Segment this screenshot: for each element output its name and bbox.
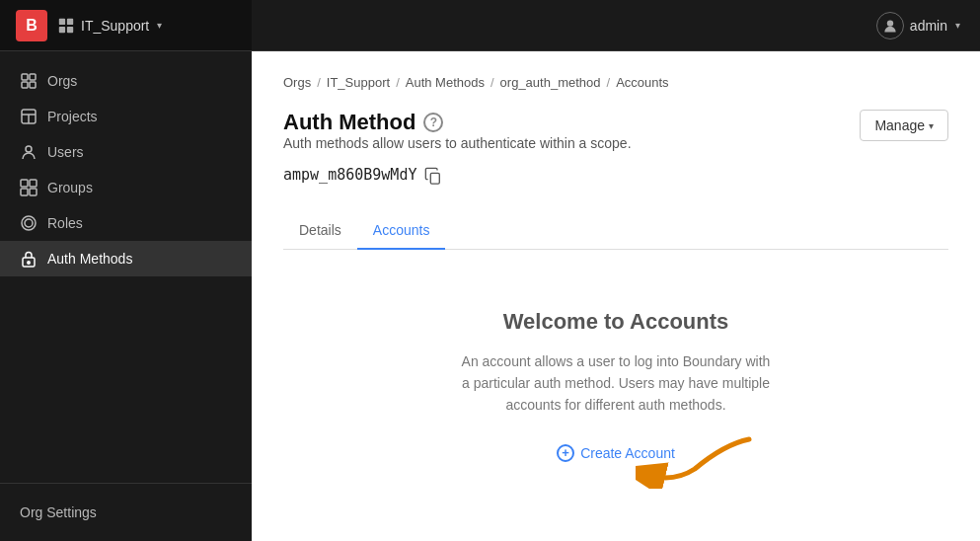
admin-avatar <box>876 12 904 39</box>
create-account-row: + Create Account <box>557 444 675 462</box>
manage-button[interactable]: Manage ▾ <box>860 110 948 141</box>
breadcrumb-sep-1: / <box>317 75 321 90</box>
sidebar-item-orgs[interactable]: Orgs <box>0 63 252 99</box>
svg-rect-13 <box>30 180 37 187</box>
page-title: Auth Method <box>283 110 415 135</box>
svg-rect-15 <box>30 189 37 195</box>
svg-rect-4 <box>22 74 28 80</box>
breadcrumb-org-auth-method[interactable]: org_auth_method <box>500 75 601 90</box>
breadcrumb-sep-3: / <box>490 75 494 90</box>
sidebar-nav: Orgs Projects Users <box>0 51 252 483</box>
breadcrumb-sep-4: / <box>607 75 611 90</box>
svg-point-16 <box>25 219 33 227</box>
breadcrumb-sep-2: / <box>396 75 400 90</box>
sidebar-item-org-settings[interactable]: Org Settings <box>0 496 252 529</box>
sidebar-orgs-label: Orgs <box>47 73 77 89</box>
svg-rect-1 <box>67 18 73 24</box>
projects-icon <box>20 108 38 125</box>
page-description: Auth methods allow users to authenticate… <box>283 135 632 151</box>
sidebar-item-groups[interactable]: Groups <box>0 170 252 205</box>
svg-rect-3 <box>67 26 73 32</box>
sidebar-item-roles[interactable]: Roles <box>0 205 252 241</box>
app-logo: B <box>16 10 47 41</box>
arrow-annotation <box>636 434 754 489</box>
page-header: Auth Method ? Auth methods allow users t… <box>283 110 948 204</box>
svg-rect-0 <box>59 18 65 24</box>
svg-rect-2 <box>59 26 65 32</box>
sidebar-header: B IT_Support ▾ <box>0 0 252 51</box>
resource-id-row: ampw_m860B9wMdY <box>283 165 632 185</box>
main-content: Orgs / IT_Support / Auth Methods / org_a… <box>252 51 980 541</box>
copy-icon[interactable] <box>424 165 442 185</box>
svg-rect-21 <box>431 173 440 184</box>
admin-chevron-icon: ▾ <box>955 20 960 31</box>
page-title-section: Auth Method ? Auth methods allow users t… <box>283 110 632 204</box>
admin-label: admin <box>910 18 947 34</box>
breadcrumb-auth-methods[interactable]: Auth Methods <box>406 75 485 90</box>
svg-point-17 <box>22 216 36 230</box>
tabs-bar: Details Accounts <box>283 212 948 250</box>
groups-icon <box>20 179 38 196</box>
roles-icon <box>20 214 38 232</box>
tab-accounts[interactable]: Accounts <box>357 212 446 250</box>
manage-chevron-icon: ▾ <box>929 120 934 131</box>
chevron-down-icon: ▾ <box>157 20 162 31</box>
sidebar-projects-label: Projects <box>47 109 98 124</box>
welcome-section: Welcome to Accounts An account allows a … <box>283 250 948 502</box>
breadcrumb-accounts: Accounts <box>616 75 668 90</box>
page-title-row: Auth Method ? <box>283 110 632 135</box>
manage-label: Manage <box>874 117 925 133</box>
plus-circle-icon: + <box>557 444 574 462</box>
breadcrumb-it-support[interactable]: IT_Support <box>327 75 390 90</box>
svg-point-11 <box>26 146 32 152</box>
sidebar: B IT_Support ▾ Orgs <box>0 0 252 541</box>
sidebar-item-auth-methods[interactable]: Auth Methods <box>0 241 252 276</box>
admin-menu-button[interactable]: admin ▾ <box>876 12 960 39</box>
sidebar-users-label: Users <box>47 144 84 160</box>
sidebar-roles-label: Roles <box>47 215 83 231</box>
svg-rect-7 <box>30 82 36 88</box>
svg-rect-14 <box>21 189 28 195</box>
tab-details[interactable]: Details <box>283 212 357 250</box>
svg-rect-12 <box>21 180 28 187</box>
sidebar-groups-label: Groups <box>47 180 93 195</box>
welcome-description: An account allows a user to log into Bou… <box>458 350 774 417</box>
svg-rect-6 <box>22 82 28 88</box>
orgs-icon <box>20 72 38 90</box>
welcome-title: Welcome to Accounts <box>503 309 729 335</box>
svg-point-19 <box>28 262 30 264</box>
svg-point-20 <box>887 20 893 26</box>
topbar: admin ▾ <box>252 0 980 51</box>
auth-methods-icon <box>20 250 38 268</box>
sidebar-org-settings-label: Org Settings <box>20 504 97 520</box>
breadcrumb: Orgs / IT_Support / Auth Methods / org_a… <box>283 75 948 90</box>
sidebar-item-projects[interactable]: Projects <box>0 99 252 134</box>
users-icon <box>20 143 38 161</box>
building-icon <box>57 17 75 35</box>
resource-id-value: ampw_m860B9wMdY <box>283 166 416 184</box>
main-area: admin ▾ Orgs / IT_Support / Auth Methods… <box>252 0 980 541</box>
org-name-label: IT_Support <box>81 18 149 34</box>
sidebar-auth-methods-label: Auth Methods <box>47 251 132 267</box>
svg-rect-5 <box>30 74 36 80</box>
sidebar-item-users[interactable]: Users <box>0 134 252 170</box>
org-selector[interactable]: IT_Support ▾ <box>57 17 162 35</box>
sidebar-footer: Org Settings <box>0 483 252 541</box>
help-icon[interactable]: ? <box>423 113 443 132</box>
breadcrumb-orgs[interactable]: Orgs <box>283 75 311 90</box>
